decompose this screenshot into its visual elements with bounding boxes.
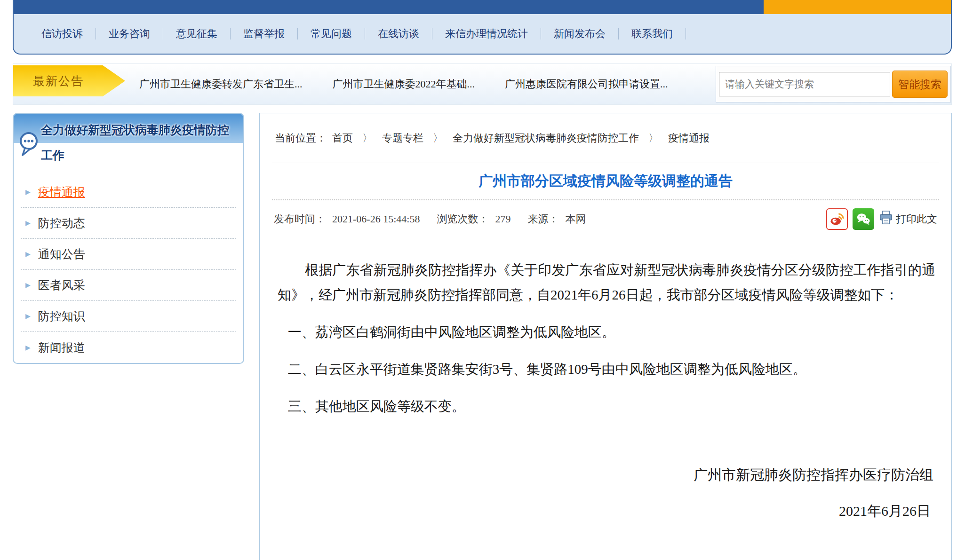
nav-item-petition[interactable]: 信访投诉 bbox=[41, 27, 83, 41]
nav-item-letter-stats[interactable]: 来信办理情况统计 bbox=[445, 27, 528, 41]
breadcrumb-home[interactable]: 首页 bbox=[332, 131, 353, 145]
sidebar-item-control-updates[interactable]: ▶ 防控动态 bbox=[21, 208, 236, 239]
sidebar: 全力做好新型冠状病毒肺炎疫情防控工作 ▶ 疫情通报 ▶ 防控动态 ▶ 通知公告 … bbox=[13, 113, 244, 364]
sidebar-item-epidemic-bulletin[interactable]: ▶ 疫情通报 bbox=[21, 177, 236, 208]
article-list-item-2: 二、白云区永平街道集贤路集安街3号、集贤路109号由中风险地区调整为低风险地区。 bbox=[278, 357, 935, 382]
article-title: 广州市部分区域疫情风险等级调整的通告 bbox=[272, 172, 939, 191]
print-article-link[interactable]: 打印此文 bbox=[879, 210, 937, 228]
nav-item-press[interactable]: 新闻发布会 bbox=[554, 27, 606, 41]
nav-divider bbox=[432, 28, 432, 39]
source-label: 来源： bbox=[527, 212, 558, 226]
printer-icon bbox=[879, 210, 893, 228]
article-body: 根据广东省新冠肺炎防控指挥办《关于印发广东省应对新型冠状病毒肺炎疫情分区分级防控… bbox=[272, 258, 939, 523]
share-actions: 打印此文 bbox=[826, 208, 937, 230]
dotted-divider bbox=[272, 199, 939, 200]
sidebar-item-label: 防控知识 bbox=[38, 308, 85, 324]
announcement-ticker: 最新公告 广州市卫生健康委转发广东省卫生... 广州市卫生健康委2022年基础.… bbox=[13, 63, 952, 105]
sidebar-item-label: 疫情通报 bbox=[38, 184, 85, 200]
sidebar-item-label: 防控动态 bbox=[38, 215, 85, 231]
arrow-bullet-icon: ▶ bbox=[25, 219, 31, 227]
ticker-item[interactable]: 广州市卫生健康委2022年基础... bbox=[333, 77, 475, 91]
arrow-bullet-icon: ▶ bbox=[25, 344, 31, 352]
top-bar bbox=[14, 0, 951, 14]
breadcrumb-epidemic-bulletin[interactable]: 疫情通报 bbox=[668, 131, 710, 145]
nav-item-interview[interactable]: 在线访谈 bbox=[378, 27, 419, 41]
top-bar-accent bbox=[764, 0, 951, 14]
wechat-share-icon[interactable] bbox=[853, 208, 874, 230]
article-signature: 广州市新冠肺炎防控指挥办医疗防治组 bbox=[278, 462, 935, 487]
main-content: 当前位置： 首页 〉 专题专栏 〉 全力做好新型冠状病毒肺炎疫情防控工作 〉 疫… bbox=[259, 113, 952, 560]
nav-item-report[interactable]: 监督举报 bbox=[243, 27, 285, 41]
source-value: 本网 bbox=[565, 212, 586, 226]
top-navigation: 信访投诉 业务咨询 意见征集 监督举报 常见问题 在线访谈 来信办理情况统计 新… bbox=[14, 14, 951, 54]
nav-divider bbox=[163, 28, 163, 39]
sidebar-title: 全力做好新型冠状病毒肺炎疫情防控工作 bbox=[41, 118, 239, 168]
nav-divider bbox=[541, 28, 541, 39]
arrow-bullet-icon: ▶ bbox=[25, 250, 31, 258]
weibo-share-icon[interactable] bbox=[826, 208, 848, 230]
arrow-bullet-icon: ▶ bbox=[25, 188, 31, 196]
views-value: 279 bbox=[495, 213, 510, 225]
article-list-item-3: 三、其他地区风险等级不变。 bbox=[278, 394, 935, 419]
breadcrumb-separator: 〉 bbox=[362, 131, 373, 145]
latest-announcement-badge: 最新公告 bbox=[13, 65, 125, 96]
sidebar-item-news-reports[interactable]: ▶ 新闻报道 bbox=[21, 332, 236, 363]
views-label: 浏览次数： bbox=[437, 212, 488, 226]
sidebar-item-label: 医者风采 bbox=[38, 277, 85, 293]
publish-time-label: 发布时间： bbox=[274, 212, 326, 226]
ticker-items: 广州市卫生健康委转发广东省卫生... 广州市卫生健康委2022年基础... 广州… bbox=[139, 64, 668, 104]
sidebar-item-prevention-knowledge[interactable]: ▶ 防控知识 bbox=[21, 301, 236, 332]
print-article-label: 打印此文 bbox=[896, 212, 937, 226]
smart-search-button[interactable]: 智能搜索 bbox=[892, 71, 948, 98]
ticker-item[interactable]: 广州惠康医院有限公司拟申请设置... bbox=[505, 77, 668, 91]
sidebar-menu: ▶ 疫情通报 ▶ 防控动态 ▶ 通知公告 ▶ 医者风采 ▶ 防控知识 ▶ 新闻报… bbox=[21, 177, 236, 363]
sidebar-item-label: 通知公告 bbox=[38, 246, 85, 262]
nav-divider bbox=[230, 28, 231, 39]
arrow-bullet-icon: ▶ bbox=[25, 312, 31, 320]
nav-item-faq[interactable]: 常见问题 bbox=[311, 27, 352, 41]
article-sign-date: 2021年6月26日 bbox=[278, 498, 935, 523]
breadcrumb: 当前位置： 首页 〉 专题专栏 〉 全力做好新型冠状病毒肺炎疫情防控工作 〉 疫… bbox=[272, 113, 939, 163]
breadcrumb-separator: 〉 bbox=[648, 131, 659, 145]
article-paragraph: 根据广东省新冠肺炎防控指挥办《关于印发广东省应对新型冠状病毒肺炎疫情分区分级防控… bbox=[278, 258, 935, 308]
nav-divider bbox=[297, 28, 298, 39]
latest-announcement-label: 最新公告 bbox=[33, 73, 84, 89]
ticker-item[interactable]: 广州市卫生健康委转发广东省卫生... bbox=[139, 77, 303, 91]
sidebar-item-notices[interactable]: ▶ 通知公告 bbox=[21, 239, 236, 270]
breadcrumb-separator: 〉 bbox=[433, 131, 443, 145]
sidebar-item-label: 新闻报道 bbox=[38, 340, 85, 355]
nav-divider bbox=[96, 28, 96, 39]
site-header: 信访投诉 业务咨询 意见征集 监督举报 常见问题 在线访谈 来信办理情况统计 新… bbox=[13, 0, 952, 55]
speech-bubble-icon bbox=[17, 131, 40, 160]
article-list-item-1: 一、荔湾区白鹤洞街由中风险地区调整为低风险地区。 bbox=[278, 320, 935, 345]
nav-divider bbox=[365, 28, 365, 39]
nav-item-contact[interactable]: 联系我们 bbox=[631, 27, 673, 41]
breadcrumb-label: 当前位置： bbox=[275, 131, 327, 145]
article-meta: 发布时间： 2021-06-26 15:44:58 浏览次数： 279 来源： … bbox=[272, 207, 939, 231]
breadcrumb-covid-topic[interactable]: 全力做好新型冠状病毒肺炎疫情防控工作 bbox=[453, 131, 639, 145]
nav-item-consult[interactable]: 业务咨询 bbox=[109, 27, 150, 41]
publish-time-value: 2021-06-26 15:44:58 bbox=[332, 213, 420, 225]
nav-divider bbox=[686, 28, 686, 39]
sidebar-item-doctor-profiles[interactable]: ▶ 医者风采 bbox=[21, 270, 236, 301]
arrow-bullet-icon: ▶ bbox=[25, 281, 31, 289]
nav-divider bbox=[618, 28, 619, 39]
search-input[interactable] bbox=[719, 72, 890, 96]
site-search: 智能搜索 bbox=[716, 66, 951, 103]
nav-item-opinion[interactable]: 意见征集 bbox=[176, 27, 217, 41]
breadcrumb-special-topics[interactable]: 专题专栏 bbox=[382, 131, 423, 145]
